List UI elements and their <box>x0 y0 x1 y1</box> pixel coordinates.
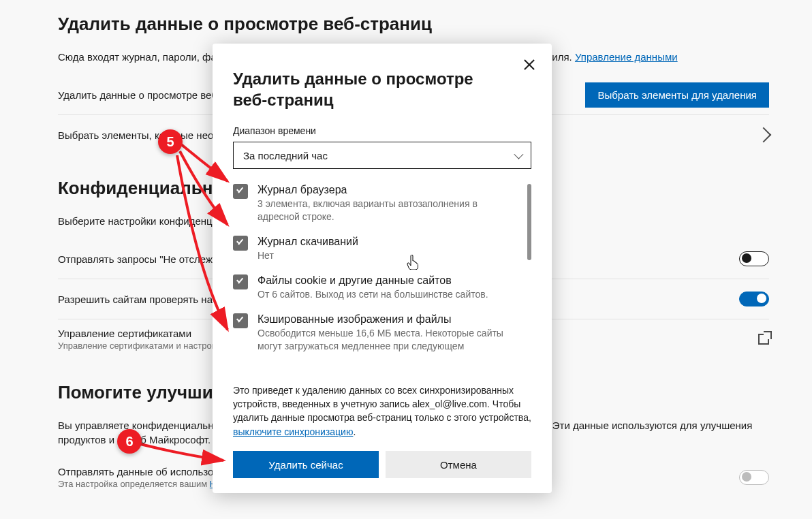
time-range-select[interactable]: За последний час <box>233 142 531 169</box>
sync-warning: Это приведет к удалению данных со всех с… <box>233 383 531 439</box>
annotation-badge-6: 6 <box>117 429 142 454</box>
time-range-label: Диапазон времени <box>233 125 531 136</box>
data-type-list: Журнал браузера 3 элемента, включая вари… <box>233 184 531 376</box>
turn-off-sync-link[interactable]: выключите синхронизацию <box>233 426 353 437</box>
checkbox-browsing-history[interactable] <box>233 184 248 199</box>
list-item: Кэшированные изображения и файлы Освобод… <box>233 313 522 353</box>
checkbox-cookies[interactable] <box>233 274 248 289</box>
clear-now-button[interactable]: Удалить сейчас <box>233 451 379 478</box>
cancel-button[interactable]: Отмена <box>386 451 531 478</box>
clear-data-dialog: Удалить данные о просмотре веб-страниц Д… <box>213 44 552 493</box>
list-item: Журнал браузера 3 элемента, включая вари… <box>233 184 522 223</box>
chevron-down-icon <box>514 150 523 159</box>
scrollbar[interactable] <box>527 184 531 260</box>
dialog-title: Удалить данные о просмотре веб-страниц <box>233 68 531 110</box>
list-item: Файлы cookie и другие данные сайтов От 6… <box>233 274 522 301</box>
checkbox-cached-images[interactable] <box>233 313 248 328</box>
dialog-actions: Удалить сейчас Отмена <box>233 451 531 478</box>
close-icon[interactable] <box>522 57 537 72</box>
list-item: Журнал скачиваний Нет <box>233 236 522 262</box>
checkbox-download-history[interactable] <box>233 236 248 251</box>
annotation-badge-5: 5 <box>158 129 183 154</box>
